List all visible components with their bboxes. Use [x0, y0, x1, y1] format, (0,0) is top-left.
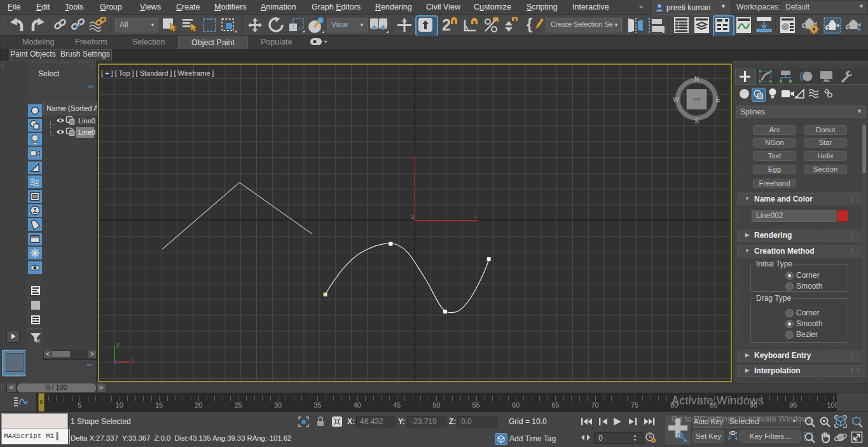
svg-text:TOP: TOP — [692, 97, 701, 102]
svg-text:x: x — [131, 357, 134, 364]
svg-text:y: y — [413, 155, 416, 161]
svg-text:W: W — [673, 96, 679, 103]
svg-text:y: y — [116, 341, 120, 348]
svg-text:[ + ] [ Top ] [ Standard ] [ W: [ + ] [ Top ] [ Standard ] [ Wireframe ] — [101, 69, 214, 77]
svg-text:x: x — [474, 213, 477, 219]
svg-text:N: N — [694, 76, 699, 83]
svg-text:z: z — [115, 358, 118, 365]
svg-text:z: z — [411, 214, 415, 220]
svg-text:E: E — [716, 96, 720, 103]
svg-text:S: S — [694, 118, 699, 125]
